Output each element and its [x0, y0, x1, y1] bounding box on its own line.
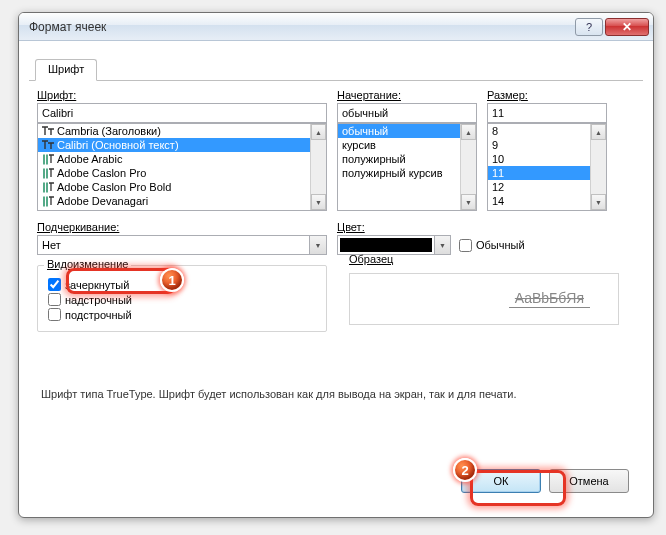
- scroll-down-icon[interactable]: ▼: [461, 194, 476, 210]
- svg-rect-4: [46, 168, 48, 178]
- normal-color-checkbox[interactable]: Обычный: [459, 239, 525, 252]
- underline-label: Подчеркивание:: [37, 221, 119, 233]
- normal-color-check[interactable]: [459, 239, 472, 252]
- superscript-checkbox[interactable]: надстрочный: [48, 293, 316, 306]
- svg-rect-8: [46, 196, 48, 206]
- tab-content: Шрифт: Cambria (Заголовки)Calibri (Основ…: [29, 81, 643, 400]
- help-button[interactable]: ?: [575, 18, 603, 36]
- list-item[interactable]: Cambria (Заголовки): [38, 124, 310, 138]
- list-item[interactable]: 9: [488, 138, 590, 152]
- badge-1: 1: [160, 268, 184, 292]
- list-item[interactable]: 14: [488, 194, 590, 208]
- style-label: Начертание:: [337, 89, 401, 101]
- list-item[interactable]: курсив: [338, 138, 460, 152]
- strikethrough-check[interactable]: [48, 278, 61, 291]
- svg-rect-2: [46, 154, 48, 164]
- font-label: Шрифт:: [37, 89, 76, 101]
- color-picker[interactable]: ▼: [337, 235, 451, 255]
- strikethrough-label: зачеркнутый: [65, 279, 129, 291]
- list-item[interactable]: Adobe Arabic: [38, 152, 310, 166]
- size-input[interactable]: [487, 103, 607, 123]
- scroll-up-icon[interactable]: ▲: [461, 124, 476, 140]
- titlebar[interactable]: Формат ячеек ? ✕: [19, 13, 653, 41]
- effects-legend: Видоизменение: [44, 258, 131, 270]
- superscript-check[interactable]: [48, 293, 61, 306]
- size-listbox[interactable]: 8910111214 ▲▼: [487, 123, 607, 211]
- dialog-buttons: ОК Отмена: [461, 469, 629, 493]
- list-item[interactable]: Adobe Caslon Pro: [38, 166, 310, 180]
- color-swatch: [340, 238, 432, 252]
- list-item[interactable]: 12: [488, 180, 590, 194]
- font-listbox[interactable]: Cambria (Заголовки)Calibri (Основной тек…: [37, 123, 327, 211]
- sample-box: AaBbБбЯя: [349, 273, 619, 325]
- subscript-label: подстрочный: [65, 309, 132, 321]
- list-item[interactable]: полужирный курсив: [338, 166, 460, 180]
- sample-label: Образец: [349, 253, 393, 265]
- color-label: Цвет:: [337, 221, 365, 233]
- badge-2: 2: [453, 458, 477, 482]
- dropdown-icon[interactable]: ▼: [434, 236, 450, 254]
- list-item[interactable]: Adobe Devanagari: [38, 194, 310, 208]
- window-title: Формат ячеек: [29, 20, 573, 34]
- style-input[interactable]: [337, 103, 477, 123]
- superscript-label: надстрочный: [65, 294, 132, 306]
- font-input[interactable]: [37, 103, 327, 123]
- scroll-down-icon[interactable]: ▼: [311, 194, 326, 210]
- list-item[interactable]: Adobe Caslon Pro Bold: [38, 180, 310, 194]
- tab-font[interactable]: Шрифт: [35, 59, 97, 81]
- sample-text: AaBbБбЯя: [509, 290, 590, 308]
- scrollbar[interactable]: ▲▼: [590, 124, 606, 210]
- underline-combo[interactable]: ▼: [37, 235, 327, 255]
- list-item[interactable]: обычный: [338, 124, 460, 138]
- dropdown-icon[interactable]: ▼: [309, 235, 327, 255]
- style-listbox[interactable]: обычныйкурсивполужирныйполужирный курсив…: [337, 123, 477, 211]
- format-cells-dialog: Формат ячеек ? ✕ Шрифт Шрифт: Cambria (З…: [18, 12, 654, 518]
- list-item[interactable]: 8: [488, 124, 590, 138]
- scroll-up-icon[interactable]: ▲: [591, 124, 606, 140]
- scrollbar[interactable]: ▲▼: [310, 124, 326, 210]
- svg-rect-3: [43, 168, 45, 178]
- cancel-button[interactable]: Отмена: [549, 469, 629, 493]
- svg-rect-5: [43, 182, 45, 192]
- svg-rect-6: [46, 182, 48, 192]
- svg-text:?: ?: [586, 22, 592, 32]
- sample-group: Образец AaBbБбЯя: [349, 253, 619, 325]
- scroll-up-icon[interactable]: ▲: [311, 124, 326, 140]
- normal-color-label: Обычный: [476, 239, 525, 251]
- size-label: Размер:: [487, 89, 528, 101]
- subscript-check[interactable]: [48, 308, 61, 321]
- svg-rect-1: [43, 154, 45, 164]
- underline-input[interactable]: [37, 235, 309, 255]
- close-button[interactable]: ✕: [605, 18, 649, 36]
- scroll-down-icon[interactable]: ▼: [591, 194, 606, 210]
- client-area: Шрифт Шрифт: Cambria (Заголовки)Calibri …: [29, 53, 643, 507]
- list-item[interactable]: 11: [488, 166, 590, 180]
- list-item[interactable]: полужирный: [338, 152, 460, 166]
- description-text: Шрифт типа TrueType. Шрифт будет использ…: [37, 388, 635, 400]
- list-item[interactable]: Calibri (Основной текст): [38, 138, 310, 152]
- scrollbar[interactable]: ▲▼: [460, 124, 476, 210]
- list-item[interactable]: 10: [488, 152, 590, 166]
- svg-rect-7: [43, 196, 45, 206]
- tab-strip: Шрифт: [29, 59, 643, 81]
- subscript-checkbox[interactable]: подстрочный: [48, 308, 316, 321]
